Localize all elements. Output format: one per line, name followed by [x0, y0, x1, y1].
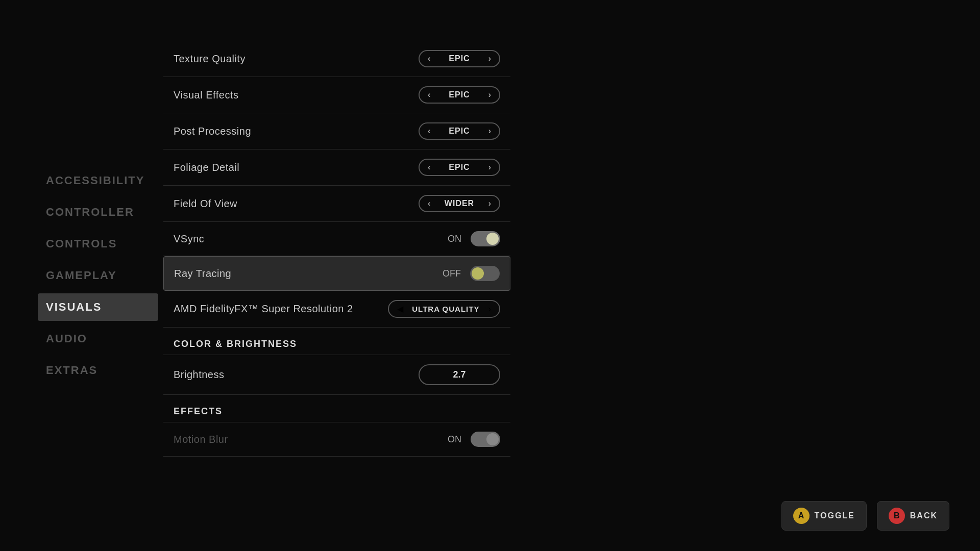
- back-button[interactable]: B BACK: [877, 501, 949, 531]
- foliage-detail-selector[interactable]: ‹ EPIC ›: [419, 159, 500, 176]
- foliage-detail-label: Foliage Detail: [174, 162, 239, 173]
- vsync-row: VSync ON: [163, 222, 510, 256]
- left-arrow-icon[interactable]: ‹: [428, 90, 430, 99]
- texture-quality-selector[interactable]: ‹ EPIC ›: [419, 50, 500, 67]
- vsync-label: VSync: [174, 233, 204, 245]
- field-of-view-control[interactable]: ‹ WIDER ›: [419, 195, 500, 212]
- settings-panel: Texture Quality ‹ EPIC › Visual Effects …: [163, 41, 510, 474]
- ray-tracing-row: Ray Tracing OFF: [163, 256, 510, 291]
- right-arrow-icon[interactable]: ›: [488, 127, 491, 136]
- field-of-view-row: Field Of View ‹ WIDER ›: [163, 186, 510, 222]
- post-processing-label: Post Processing: [174, 126, 251, 137]
- ray-tracing-label: Ray Tracing: [174, 268, 231, 280]
- ray-tracing-toggle[interactable]: [470, 266, 500, 281]
- amd-fidelityfx-row: AMD FidelityFX™ Super Resolution 2 ◀ ULT…: [163, 291, 510, 328]
- amd-fidelityfx-selector[interactable]: ◀ ULTRA QUALITY ›: [388, 300, 500, 318]
- post-processing-value: EPIC: [439, 127, 480, 136]
- right-arrow-icon[interactable]: ›: [488, 163, 491, 172]
- field-of-view-selector[interactable]: ‹ WIDER ›: [419, 195, 500, 212]
- visual-effects-control[interactable]: ‹ EPIC ›: [419, 86, 500, 104]
- motion-blur-control[interactable]: ON: [448, 432, 500, 447]
- sidebar-item-audio[interactable]: AUDIO: [46, 325, 158, 353]
- left-arrow-icon[interactable]: ‹: [428, 127, 430, 136]
- right-arrow-icon[interactable]: ›: [488, 305, 491, 314]
- back-label: BACK: [910, 511, 938, 520]
- right-arrow-icon[interactable]: ›: [488, 54, 491, 63]
- foliage-detail-row: Foliage Detail ‹ EPIC ›: [163, 149, 510, 186]
- amd-fidelityfx-control[interactable]: ◀ ULTRA QUALITY ›: [388, 300, 500, 318]
- visual-effects-value: EPIC: [439, 90, 480, 99]
- ray-tracing-state: OFF: [443, 268, 461, 279]
- foliage-detail-value: EPIC: [439, 163, 480, 172]
- sidebar-item-controls[interactable]: CONTROLS: [46, 230, 158, 258]
- motion-blur-row: Motion Blur ON: [163, 422, 510, 457]
- vsync-state: ON: [448, 234, 461, 244]
- brightness-row: Brightness 2.7: [163, 355, 510, 395]
- visual-effects-label: Visual Effects: [174, 89, 238, 101]
- brightness-value-display[interactable]: 2.7: [419, 364, 500, 385]
- left-arrow-icon[interactable]: ‹: [428, 163, 430, 172]
- foliage-detail-control[interactable]: ‹ EPIC ›: [419, 159, 500, 176]
- motion-blur-toggle[interactable]: [471, 432, 500, 447]
- amd-fidelityfx-value: ULTRA QUALITY: [412, 305, 479, 313]
- vsync-toggle[interactable]: [471, 231, 500, 246]
- sidebar-item-visuals[interactable]: VISUALS: [38, 293, 158, 321]
- post-processing-selector[interactable]: ‹ EPIC ›: [419, 122, 500, 140]
- ray-tracing-control[interactable]: OFF: [443, 266, 500, 281]
- a-button-icon: A: [793, 508, 810, 524]
- toggle-label: TOGGLE: [815, 511, 855, 520]
- post-processing-row: Post Processing ‹ EPIC ›: [163, 113, 510, 149]
- texture-quality-value: EPIC: [439, 54, 480, 63]
- amd-fidelityfx-label: AMD FidelityFX™ Super Resolution 2: [174, 303, 353, 315]
- color-brightness-header: COLOR & BRIGHTNESS: [163, 328, 510, 355]
- bottom-controls: A TOGGLE B BACK: [781, 501, 949, 531]
- visual-effects-row: Visual Effects ‹ EPIC ›: [163, 77, 510, 113]
- texture-quality-label: Texture Quality: [174, 53, 246, 65]
- field-of-view-value: WIDER: [439, 199, 480, 208]
- sidebar-item-extras[interactable]: EXTRAS: [46, 357, 158, 384]
- field-of-view-label: Field Of View: [174, 198, 237, 210]
- brightness-label: Brightness: [174, 369, 225, 381]
- b-button-icon: B: [889, 508, 905, 524]
- brightness-control[interactable]: 2.7: [419, 364, 500, 385]
- sidebar-item-accessibility[interactable]: ACCESSIBILITY: [46, 167, 158, 194]
- right-arrow-icon[interactable]: ›: [488, 90, 491, 99]
- texture-quality-control[interactable]: ‹ EPIC ›: [419, 50, 500, 67]
- right-arrow-icon[interactable]: ›: [488, 199, 491, 208]
- toggle-button[interactable]: A TOGGLE: [781, 501, 867, 531]
- post-processing-control[interactable]: ‹ EPIC ›: [419, 122, 500, 140]
- vsync-control[interactable]: ON: [448, 231, 500, 246]
- motion-blur-state: ON: [448, 434, 461, 445]
- ray-tracing-knob: [472, 267, 484, 280]
- sidebar: ACCESSIBILITY CONTROLLER CONTROLS GAMEPL…: [0, 0, 158, 551]
- left-arrow-icon[interactable]: ◀: [397, 304, 403, 314]
- motion-blur-label: Motion Blur: [174, 434, 228, 445]
- left-arrow-icon[interactable]: ‹: [428, 199, 430, 208]
- vsync-knob: [486, 233, 499, 245]
- sidebar-item-controller[interactable]: CONTROLLER: [46, 198, 158, 226]
- sidebar-item-gameplay[interactable]: GAMEPLAY: [46, 262, 158, 289]
- motion-blur-knob: [486, 433, 499, 445]
- left-arrow-icon[interactable]: ‹: [428, 54, 430, 63]
- visual-effects-selector[interactable]: ‹ EPIC ›: [419, 86, 500, 104]
- texture-quality-row: Texture Quality ‹ EPIC ›: [163, 41, 510, 77]
- effects-header: EFFECTS: [163, 395, 510, 422]
